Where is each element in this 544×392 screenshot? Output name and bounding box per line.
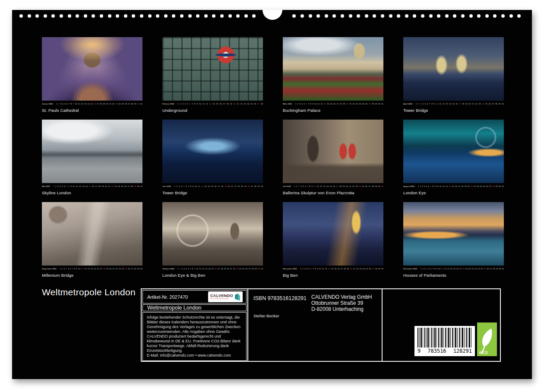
month-cell: Oktober 20221234567891011121314151617181…	[162, 202, 263, 278]
calvendo-book-icon	[234, 293, 240, 301]
legal-paragraph: CALVENDO produziert bedarfsgerecht und k…	[147, 334, 242, 353]
month-label: Dezember 2022	[403, 267, 417, 269]
mini-calendar-strip: April 2022123456789101112131415161718192…	[403, 101, 504, 106]
photo-caption: Tower Bridge	[403, 108, 504, 113]
barcode-digit-group: 9	[417, 348, 421, 354]
photo-caption: Tower Bridge	[162, 190, 263, 195]
barcode-bars	[417, 328, 472, 348]
month-cell: März 20221234567891011121314151617181920…	[283, 37, 383, 113]
month-cell: Februar 20221234567891011121314151617181…	[162, 37, 263, 113]
publisher-address: CALVENDO Verlag GmbH Ottobrunner Straße …	[311, 294, 372, 312]
month-label: Juli 2022	[283, 185, 291, 187]
calendar-title-box: Weltmetropole London	[142, 304, 247, 311]
publisher-city: D-82008 Unterhaching	[311, 307, 372, 313]
legal-text-box: Infolge bestehender Schutzrechte ist es …	[142, 312, 247, 361]
page-title: Weltmetropole London	[42, 287, 136, 297]
month-label: Mai 2022	[42, 185, 50, 187]
month-photo	[403, 120, 504, 183]
month-photo	[283, 37, 383, 101]
barcode-digit-group: 783516	[427, 348, 446, 354]
thumbnail-grid: Januar 202212345678910111213141516171819…	[42, 37, 504, 278]
month-cell: August 202212345678910111213141516171819…	[403, 120, 504, 195]
photo-caption: Millenium Bridge	[42, 273, 142, 278]
isbn-number: ISBN 9783516128291	[253, 295, 307, 301]
photo-caption: Underground	[162, 108, 263, 113]
month-cell: Juli 20221234567891011121314151617181920…	[283, 120, 383, 195]
mini-calendar-strip: September 202212345678910111213141516171…	[42, 266, 142, 271]
month-photo	[283, 202, 383, 266]
info-column-left: Artikel-Nr. 2027470 CALVENDO Dein Kalend…	[142, 289, 247, 361]
month-cell: Mai 202212345678910111213141516171819202…	[42, 120, 142, 195]
mini-calendar-strip: Oktober 20221234567891011121314151617181…	[162, 266, 263, 271]
month-photo	[42, 120, 142, 183]
artikel-box: Artikel-Nr. 2027470 CALVENDO Dein Kalend…	[142, 290, 247, 303]
photo-caption: Skyline London	[42, 190, 142, 195]
barcode-digit-group: 128291	[453, 348, 472, 354]
month-photo	[42, 202, 142, 266]
mini-calendar-strip: Juni 20221234567891011121314151617181920…	[162, 184, 263, 188]
month-photo	[42, 37, 142, 101]
info-column-middle: ISBN 9783516128291 Stefan Becker CALVEND…	[247, 289, 382, 361]
photo-caption: London Eye & Big Ben	[162, 273, 263, 278]
mini-calendar-strip: Januar 202212345678910111213141516171819…	[42, 101, 142, 106]
month-label: April 2022	[403, 102, 412, 104]
month-cell: April 2022123456789101112131415161718192…	[403, 37, 504, 113]
ean-barcode: 9 783516 128291	[414, 326, 475, 356]
month-label: September 2022	[42, 267, 57, 269]
calvendo-logo: CALVENDO Dein Kalenderverlag	[208, 291, 243, 302]
barcode-digits: 9 783516 128291	[417, 348, 472, 354]
eco-badge: eco	[477, 322, 497, 356]
artikel-number: Artikel-Nr. 2027470	[147, 294, 188, 300]
mini-calendar-strip: Mai 202212345678910111213141516171819202…	[42, 184, 142, 188]
month-label: Oktober 2022	[162, 267, 174, 269]
mini-calendar-strip: August 202212345678910111213141516171819…	[403, 184, 504, 188]
mini-calendar-strip: Juli 20221234567891011121314151617181920…	[283, 184, 383, 188]
publisher-name: CALVENDO Verlag GmbH	[311, 294, 372, 300]
hanger-hole	[263, 10, 282, 20]
month-cell: September 202212345678910111213141516171…	[42, 202, 142, 278]
mini-calendar-strip: November 2022123456789101112131415161718…	[283, 266, 383, 271]
photo-caption: St. Pauls Cathedral	[42, 108, 142, 113]
month-photo	[162, 120, 263, 183]
legal-paragraph: Infolge bestehender Schutzrechte ist es …	[147, 315, 242, 334]
calvendo-logo-tagline: Dein Kalenderverlag	[210, 298, 233, 300]
month-label: Februar 2022	[162, 102, 174, 104]
month-label: Januar 2022	[42, 102, 53, 104]
photo-caption: Big Ben	[283, 273, 383, 278]
month-photo	[403, 202, 504, 266]
photo-caption: Ballerina Skulptur von Enzo Plazzotta	[283, 190, 383, 195]
product-info-box: Artikel-Nr. 2027470 CALVENDO Dein Kalend…	[141, 288, 501, 362]
publisher-street: Ottobrunner Straße 39	[311, 300, 372, 307]
eco-label: eco	[479, 349, 487, 355]
month-cell: November 2022123456789101112131415161718…	[283, 202, 383, 278]
month-cell: Juni 20221234567891011121314151617181920…	[162, 120, 263, 195]
mini-calendar-strip: März 20221234567891011121314151617181920…	[283, 101, 383, 106]
month-photo	[162, 202, 263, 266]
author-name: Stefan Becker	[253, 313, 279, 318]
info-column-right: 9 783516 128291 eco	[382, 289, 500, 361]
month-label: November 2022	[283, 267, 297, 269]
photo-caption: Houses of Parliaments	[403, 273, 504, 278]
calendar-back-page: Januar 202212345678910111213141516171819…	[12, 10, 532, 379]
mini-calendar-strip: Dezember 2022123456789101112131415161718…	[403, 266, 504, 271]
month-label: März 2022	[283, 102, 292, 104]
month-photo	[403, 37, 504, 101]
photo-caption: London Eye	[403, 190, 504, 195]
legal-paragraph: E-Mail: info@calvendo.com • www.calvendo…	[147, 353, 242, 358]
month-photo	[162, 37, 263, 101]
month-cell: Dezember 2022123456789101112131415161718…	[403, 202, 504, 278]
calendar-title: Weltmetropole London	[147, 305, 202, 311]
photo-caption: Buckingham Palace	[283, 108, 383, 113]
month-label: Juni 2022	[162, 185, 171, 187]
mini-calendar-strip: Februar 20221234567891011121314151617181…	[162, 101, 263, 106]
month-cell: Januar 202212345678910111213141516171819…	[42, 37, 142, 113]
month-photo	[283, 120, 383, 183]
month-label: August 2022	[403, 185, 414, 187]
